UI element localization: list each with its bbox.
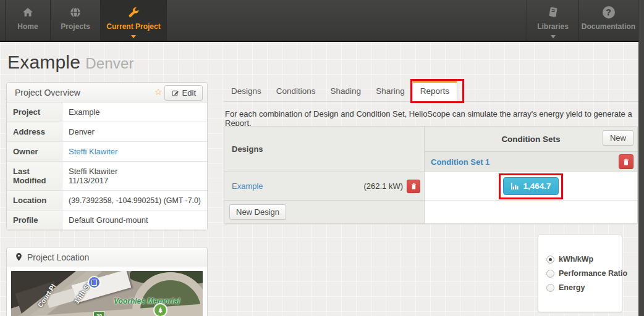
new-condition-set-button[interactable]: New	[603, 130, 633, 146]
design-row: Example (262.1 kW)	[224, 172, 425, 200]
condition-set-row: Condition Set 1	[425, 151, 637, 172]
project-overview-table: Project Example Address Denver Owner Ste…	[7, 102, 207, 230]
row-value: (39.7392358, -104.990251) (GMT -7.0)	[62, 191, 207, 210]
project-title-text: Example	[7, 52, 80, 72]
map-poi-label: Voorhies Memorial	[114, 297, 180, 306]
chevron-down-icon	[551, 35, 556, 38]
favorite-star-icon[interactable]: ☆	[155, 86, 163, 98]
radio-button[interactable]	[546, 270, 554, 278]
report-matrix-table: Designs Condition Sets New Condition Set…	[224, 126, 638, 224]
book-icon	[546, 5, 561, 20]
metric-option-kwh-kwp[interactable]: kWh/kWp	[546, 255, 618, 264]
map-frame: Court Pl 14th St Voorhies Memorial 20	[7, 267, 207, 316]
report-cell: 1,464.7	[425, 172, 637, 200]
tab-conditions[interactable]: Conditions	[269, 81, 323, 101]
project-subtitle-text: Denver	[85, 55, 134, 72]
map-transit-icon	[89, 277, 100, 288]
tab-reports[interactable]: Reports	[412, 81, 457, 102]
table-row: Owner Steffi Klawiter	[7, 142, 207, 162]
metric-option-energy[interactable]: Energy	[546, 283, 618, 292]
delete-design-button[interactable]	[407, 180, 420, 193]
row-label: Project	[7, 102, 62, 122]
project-location-panel: Project Location Court Pl 14th St Voorhi…	[6, 247, 208, 316]
row-label: Profile	[7, 210, 62, 230]
trash-icon	[622, 158, 630, 166]
helioscope-project-page: Home Projects Current Pr	[0, 0, 644, 316]
row-label: Location	[7, 191, 62, 210]
design-capacity: (262.1 kW)	[363, 181, 403, 191]
nav-item-documentation[interactable]: ? Documentation	[579, 0, 638, 41]
nav-left-group: Home Projects Current Pr	[5, 0, 167, 41]
row-value: Default Ground-mount	[62, 210, 207, 230]
last-modified-user: Steffi Klawiter	[69, 167, 201, 176]
table-row: Profile Default Ground-mount	[7, 210, 207, 230]
delete-condition-set-button[interactable]	[619, 154, 633, 169]
nav-item-label: Home	[17, 22, 38, 31]
report-value-button[interactable]: 1,464.7	[503, 177, 558, 195]
row-label: Owner	[7, 142, 62, 162]
home-icon	[20, 5, 35, 20]
page-title: ExampleDenver	[7, 52, 134, 73]
condition-sets-header-label: Condition Sets	[501, 135, 560, 144]
condition-sets-header: Condition Sets New	[425, 127, 637, 151]
project-location-title: Project Location	[27, 252, 89, 262]
table-row: Project Example	[7, 102, 207, 122]
map-park-icon	[155, 304, 166, 316]
map-pin-icon	[15, 252, 23, 262]
question-mark-icon: ?	[601, 5, 616, 20]
metric-option-performance-ratio[interactable]: Performance Ratio	[546, 269, 618, 278]
design-link[interactable]: Example	[232, 181, 263, 191]
nav-item-projects[interactable]: Projects	[51, 0, 101, 41]
row-label: Address	[7, 122, 62, 142]
tab-shading[interactable]: Shading	[323, 81, 369, 101]
new-design-button[interactable]: New Design	[229, 204, 286, 220]
nav-item-label: Libraries	[537, 22, 569, 31]
wrench-icon	[126, 5, 141, 20]
project-overview-title: Project Overview	[15, 88, 80, 98]
tab-sharing[interactable]: Sharing	[368, 81, 412, 101]
new-design-row: New Design	[224, 200, 425, 223]
bar-chart-icon	[511, 182, 520, 190]
reports-description: For each combination of Design and Condi…	[225, 109, 638, 128]
metric-selector-card: kWh/kWp Performance Ratio Energy	[538, 235, 622, 312]
empty-cell	[425, 200, 637, 223]
row-value: Example	[62, 102, 207, 122]
satellite-map[interactable]: Court Pl 14th St Voorhies Memorial 20	[11, 271, 203, 316]
row-value: Steffi Klawiter	[62, 142, 207, 162]
project-location-header: Project Location	[7, 247, 207, 267]
nav-item-label: Current Project	[106, 22, 160, 31]
row-label: Last Modified	[7, 162, 62, 191]
globe-icon	[68, 5, 83, 20]
project-tabbar: Designs Conditions Shading Sharing Repor…	[224, 80, 638, 102]
edit-button[interactable]: Edit	[164, 85, 203, 101]
table-row: Location (39.7392358, -104.990251) (GMT …	[7, 191, 207, 210]
table-row: Last Modified Steffi Klawiter 11/13/2017	[7, 162, 207, 191]
row-value: Denver	[62, 122, 207, 142]
designs-column-header: Designs	[224, 127, 425, 172]
nav-item-current-project[interactable]: Current Project	[101, 0, 167, 41]
row-value: Steffi Klawiter 11/13/2017	[62, 162, 207, 191]
condition-set-link[interactable]: Condition Set 1	[431, 157, 489, 167]
edit-button-label: Edit	[182, 88, 196, 98]
trash-icon	[410, 183, 417, 190]
report-value: 1,464.7	[523, 181, 551, 191]
last-modified-date: 11/13/2017	[69, 176, 201, 185]
tab-reports-label: Reports	[420, 86, 449, 96]
radio-button-selected[interactable]	[546, 256, 554, 264]
map-route-shield: 20	[94, 312, 104, 316]
window-right-edge	[638, 0, 644, 316]
nav-item-home[interactable]: Home	[5, 0, 51, 41]
top-navbar: Home Projects Current Pr	[0, 0, 644, 42]
project-overview-header: Project Overview ☆ Edit	[7, 83, 207, 102]
pencil-icon	[171, 89, 179, 97]
report-button-wrap: 1,464.7	[503, 177, 558, 195]
nav-item-label: Documentation	[582, 22, 635, 31]
radio-button[interactable]	[546, 284, 554, 292]
nav-item-libraries[interactable]: Libraries	[527, 0, 579, 41]
table-row: Address Denver	[7, 122, 207, 142]
nav-item-label: Projects	[61, 22, 90, 31]
tab-designs[interactable]: Designs	[224, 81, 269, 101]
nav-right-group: Libraries ? Documentation	[527, 0, 638, 41]
owner-link[interactable]: Steffi Klawiter	[69, 147, 117, 156]
project-overview-panel: Project Overview ☆ Edit Project Example …	[6, 82, 208, 230]
